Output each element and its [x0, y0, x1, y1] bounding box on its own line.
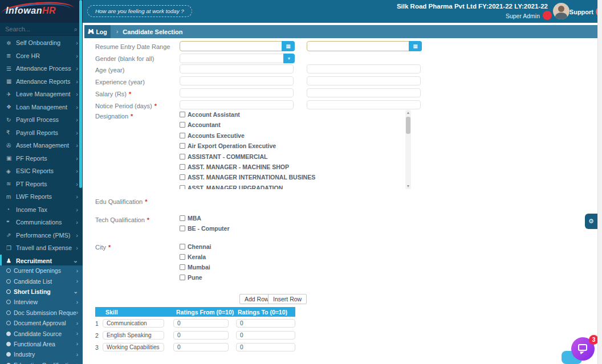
designation-scrollbar[interactable]: ▲ ▼: [405, 110, 411, 189]
search-input[interactable]: [0, 23, 67, 35]
company-fiscal-year: Silk Road Pharma Pvt Ltd FY:2021-22 LY:2…: [397, 3, 548, 10]
sidebar-item-attendance-reports[interactable]: ▦Attendance Reports›: [0, 75, 83, 88]
ratings-to-input[interactable]: [236, 343, 295, 351]
submenu-item-candidate-list[interactable]: Candidate List›: [0, 276, 83, 286]
sidebar-item-travel-and-expense[interactable]: ❐Travell and Expense›: [0, 242, 83, 255]
mood-check-button[interactable]: How are you feeling at work today ?: [87, 5, 192, 17]
city-checkbox[interactable]: [180, 254, 185, 260]
page-scrollbar[interactable]: [597, 0, 602, 364]
skill-input[interactable]: [103, 343, 164, 351]
skill-column-header: Skill: [95, 309, 176, 316]
tech-qualification-checkbox[interactable]: [180, 226, 185, 231]
sidebar-item-label: Communications: [16, 219, 76, 226]
tech-qualification-checkbox[interactable]: [180, 215, 185, 221]
ratings-from-input[interactable]: [173, 331, 229, 340]
experience-max-input[interactable]: [307, 76, 421, 85]
sidebar-item-payroll-reports[interactable]: ₹Payroll Reports›: [0, 126, 83, 140]
chat-icon: [578, 344, 587, 351]
dropdown-arrow-icon[interactable]: ▼: [283, 54, 295, 63]
row-number: 1: [95, 320, 103, 327]
submenu-item-functional-area[interactable]: Functional Area›: [0, 339, 83, 349]
sidebar-item-attendance-process[interactable]: ☰Attendance Process›: [0, 62, 83, 75]
radio-icon: [6, 321, 11, 325]
age-min-input[interactable]: [180, 64, 294, 73]
sidebar-item-asset-management[interactable]: ✇Asset Management›: [0, 139, 83, 152]
submenu-item-doc-submission-request[interactable]: Doc Submission Request›: [0, 308, 83, 318]
designation-checkbox[interactable]: [180, 185, 185, 189]
sidebar-item-self-onboarding[interactable]: ✲Self Onboarding›: [0, 36, 83, 50]
city-checkbox[interactable]: [180, 275, 185, 280]
submenu-item-label: Interview: [14, 298, 76, 305]
sidebar-item-lwf-reports[interactable]: mLWF Reports›: [0, 190, 83, 203]
chevron-right-icon: ›: [76, 193, 78, 200]
logo-text: Infowan: [6, 6, 42, 15]
gender-select[interactable]: ▼: [180, 54, 295, 63]
designation-checkbox[interactable]: [180, 112, 185, 117]
communications-icon: ❝: [6, 219, 16, 226]
submenu-item-short-listing[interactable]: Short Listing⌄: [0, 287, 83, 297]
sidebar-item-core-hr[interactable]: ≣Core HR›: [0, 50, 83, 63]
sidebar-item-communications[interactable]: ❝Communications›: [0, 216, 83, 229]
city-option-label: Pune: [188, 274, 202, 281]
sidebar-item-performance-pms[interactable]: ⇗Performance (PMS)›: [0, 229, 83, 242]
submenu-item-interview[interactable]: Interview›: [0, 297, 83, 307]
experience-min-input[interactable]: [180, 76, 294, 85]
sidebar-item-pt-reports[interactable]: ≋PT Reports›: [0, 178, 83, 191]
notice-max-input[interactable]: [307, 100, 421, 109]
ratings-to-input[interactable]: [236, 319, 295, 328]
city-checkbox[interactable]: [180, 244, 185, 250]
chevron-right-icon: ›: [76, 320, 78, 326]
age-max-input[interactable]: [307, 64, 421, 73]
avatar[interactable]: [553, 3, 570, 19]
sidebar-item-leave-management[interactable]: ✈Leave Management›: [0, 88, 83, 101]
app-logo[interactable]: InfowanHR: [6, 6, 56, 16]
notification-dot[interactable]: [543, 11, 552, 20]
salary-min-input[interactable]: [180, 88, 294, 97]
salary-max-input[interactable]: [307, 88, 421, 97]
submenu-item-current-openings[interactable]: Current Openings›: [0, 265, 83, 276]
log-tab[interactable]: Log: [84, 25, 111, 38]
chevron-right-icon: ›: [76, 351, 78, 358]
designation-checkbox[interactable]: [180, 143, 185, 149]
scroll-down-icon[interactable]: ▼: [405, 183, 411, 189]
sidebar-item-income-tax[interactable]: ◔Income Tax›: [0, 203, 83, 216]
skill-input[interactable]: [103, 331, 164, 340]
settings-button[interactable]: ⚙: [585, 214, 597, 229]
scroll-up-icon[interactable]: ▲: [405, 110, 411, 116]
submenu-item-candidate-source[interactable]: Candidate Source›: [0, 328, 83, 338]
designation-checkbox[interactable]: [180, 122, 185, 128]
submenu-item-label: Functional Area: [14, 341, 76, 347]
notice-min-input[interactable]: [180, 100, 294, 109]
sidebar-item-esic-reports[interactable]: ◈ESIC Reports›: [0, 165, 83, 178]
submenu-item-document-approval[interactable]: Document Approval›: [0, 318, 83, 328]
designation-checkbox[interactable]: [180, 154, 185, 159]
resume-date-from-input[interactable]: [180, 42, 280, 51]
resume-date-to-input[interactable]: [307, 42, 408, 51]
designation-checkbox[interactable]: [180, 133, 185, 138]
sidebar-item-label: LWF Reports: [16, 193, 76, 200]
ratings-to-input[interactable]: [236, 331, 295, 340]
calendar-icon[interactable]: ▦: [282, 41, 295, 51]
city-checkbox[interactable]: [180, 264, 185, 270]
tech-qualification-label: Tech Qualification*: [95, 216, 149, 223]
required-marker: *: [154, 103, 157, 109]
designation-checkbox[interactable]: [180, 174, 185, 180]
skill-input[interactable]: [103, 319, 164, 328]
submenu-item-label: Candidate List: [14, 278, 76, 285]
submenu-item-education-qualification[interactable]: Education Qualification›: [0, 360, 83, 364]
ratings-from-input[interactable]: [173, 343, 229, 351]
insert-row-button[interactable]: Insert Row: [268, 294, 307, 304]
sidebar-item-loan-management[interactable]: ❖Loan Management›: [0, 101, 83, 114]
required-marker: *: [145, 198, 147, 205]
ratings-from-input[interactable]: [173, 319, 229, 328]
radio-icon: [6, 310, 11, 315]
scrollbar-thumb[interactable]: [406, 117, 410, 134]
designation-checkbox[interactable]: [180, 164, 185, 170]
row-number: 3: [95, 344, 103, 351]
sidebar-scrollbar[interactable]: [79, 0, 82, 188]
submenu-item-industry[interactable]: Industry›: [0, 349, 83, 359]
calendar-icon[interactable]: ▦: [409, 41, 422, 51]
sidebar-item-payroll-process[interactable]: ↻Payroll Process›: [0, 113, 83, 126]
submenu-item-label: Document Approval: [14, 320, 76, 326]
sidebar-item-pf-reports[interactable]: ▣PF Reports›: [0, 152, 83, 165]
